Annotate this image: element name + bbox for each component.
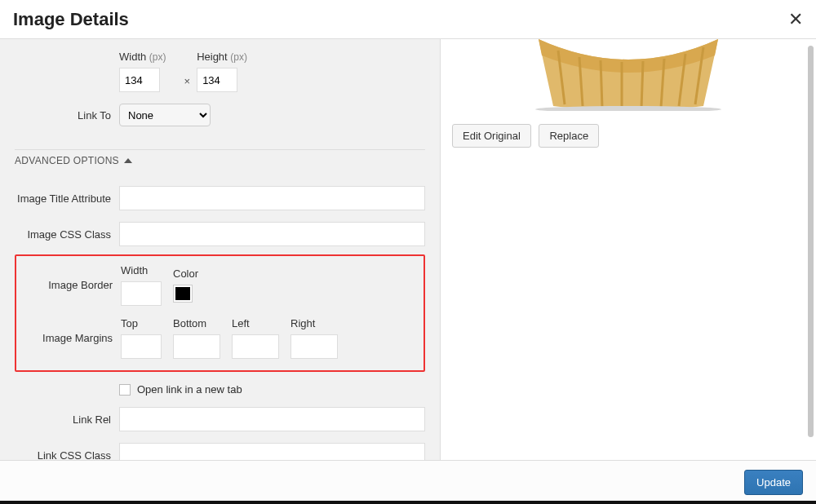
border-width-input[interactable] — [121, 281, 162, 306]
open-new-tab-label: Open link in a new tab — [137, 383, 242, 396]
image-margins-label: Image Margins — [24, 332, 121, 344]
close-icon[interactable]: ✕ — [788, 11, 803, 29]
caret-up-icon — [124, 158, 132, 163]
link-css-class-input[interactable] — [119, 443, 425, 460]
height-input[interactable] — [197, 68, 237, 92]
width-label: Width — [119, 51, 146, 63]
image-border-label: Image Border — [24, 279, 121, 291]
edit-original-button[interactable]: Edit Original — [452, 124, 531, 148]
margin-top-input[interactable] — [121, 334, 162, 359]
border-color-label: Color — [173, 267, 198, 280]
backdrop-edge — [0, 501, 816, 504]
image-preview — [452, 39, 805, 111]
settings-pane: Width (px) × Height (px) — [0, 39, 441, 460]
link-css-class-label: Link CSS Class — [15, 449, 119, 461]
scrollbar-thumb[interactable] — [808, 46, 814, 437]
width-input[interactable] — [119, 68, 160, 92]
update-button[interactable]: Update — [744, 470, 803, 495]
link-rel-label: Link Rel — [15, 413, 119, 426]
margin-top-label: Top — [121, 317, 162, 329]
color-swatch-icon — [175, 287, 190, 300]
border-margin-highlight: Image Border Width Color Image — [15, 254, 425, 372]
border-color-swatch[interactable] — [173, 285, 193, 303]
margin-bottom-label: Bottom — [173, 317, 220, 329]
border-width-label: Width — [121, 264, 162, 276]
svg-line-4 — [641, 61, 643, 108]
margin-left-label: Left — [232, 317, 279, 329]
cupcake-image-icon — [522, 39, 734, 111]
margin-right-label: Right — [290, 317, 338, 329]
dialog-titlebar: Image Details ✕ — [0, 0, 816, 39]
dimension-separator: × — [178, 75, 197, 92]
image-css-class-input[interactable] — [119, 222, 425, 246]
svg-line-2 — [601, 60, 602, 108]
replace-button[interactable]: Replace — [539, 124, 599, 148]
height-unit: (px) — [230, 51, 247, 63]
image-css-class-label: Image CSS Class — [15, 228, 119, 241]
margin-right-input[interactable] — [290, 334, 338, 359]
preview-pane: Edit Original Replace — [441, 39, 816, 460]
margin-bottom-input[interactable] — [173, 334, 220, 359]
width-unit: (px) — [149, 51, 166, 63]
link-rel-input[interactable] — [119, 407, 425, 431]
link-to-select[interactable]: None — [119, 104, 211, 126]
open-new-tab-checkbox[interactable] — [119, 384, 131, 396]
image-title-attr-input[interactable] — [119, 186, 425, 210]
image-title-attr-label: Image Title Attribute — [15, 192, 119, 205]
advanced-options-toggle[interactable]: ADVANCED OPTIONS — [15, 149, 425, 175]
margin-left-input[interactable] — [232, 334, 279, 359]
link-to-label: Link To — [15, 109, 119, 122]
advanced-options-label: ADVANCED OPTIONS — [15, 155, 119, 166]
dialog-title: Image Details — [13, 9, 129, 30]
height-label: Height — [197, 51, 228, 63]
scrollbar[interactable] — [805, 39, 814, 460]
